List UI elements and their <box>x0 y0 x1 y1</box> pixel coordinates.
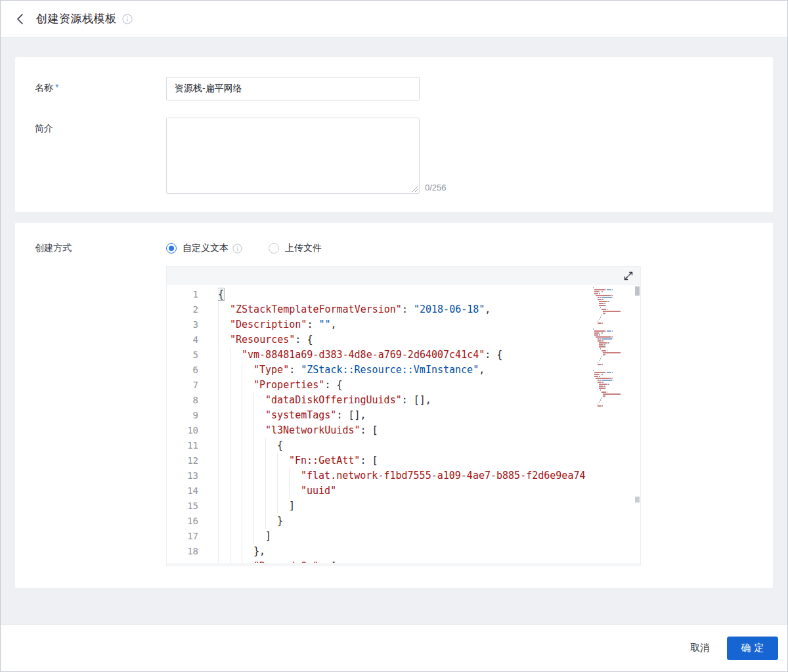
cancel-button[interactable]: 取消 <box>684 637 716 660</box>
custom-text-info-icon[interactable] <box>232 244 242 254</box>
description-control: 0/256 <box>166 118 447 194</box>
method-label: 创建方式 <box>15 241 166 256</box>
description-row: 简介 0/256 <box>15 118 773 194</box>
expand-icon[interactable] <box>623 271 634 281</box>
gutter: 12345678910111213141516171819 <box>167 285 218 563</box>
required-asterisk: * <box>55 82 58 93</box>
description-label: 简介 <box>15 118 166 194</box>
creation-method-card: 创建方式 自定义文本 上传文件 <box>15 223 773 588</box>
basic-info-card: 名称* 简介 0/256 <box>15 57 773 212</box>
minimap[interactable] <box>593 287 634 556</box>
name-row: 名称* <box>15 77 773 101</box>
radio-custom-text[interactable]: 自定义文本 <box>166 242 242 254</box>
title-info-icon[interactable] <box>122 14 133 24</box>
editor-toolbar <box>167 267 640 285</box>
back-icon[interactable] <box>16 11 30 27</box>
name-input[interactable] <box>166 77 420 101</box>
confirm-button[interactable]: 确定 <box>727 637 778 660</box>
char-counter: 0/256 <box>425 183 447 194</box>
radio-custom-label: 自定义文本 <box>183 242 229 254</box>
radio-upload-dot[interactable] <box>269 243 279 254</box>
editor-row: 12345678910111213141516171819 {"ZStackTe… <box>166 266 773 566</box>
code-lines[interactable]: {"ZStackTemplateFormatVersion": "2018-06… <box>218 285 590 563</box>
name-label-text: 名称 <box>35 82 53 93</box>
code-editor: 12345678910111213141516171819 {"ZStackTe… <box>166 266 641 566</box>
description-textarea[interactable] <box>166 118 420 194</box>
scrollbar-thumb[interactable] <box>635 286 640 296</box>
create-resource-stack-template-page: 创建资源栈模板 名称* 简介 0/256 <box>0 0 788 672</box>
name-control <box>166 77 420 101</box>
radio-upload-file[interactable]: 上传文件 <box>269 242 322 254</box>
method-radio-group: 自定义文本 上传文件 <box>166 241 322 256</box>
editor-scrollbar[interactable] <box>634 285 640 563</box>
method-row: 创建方式 自定义文本 上传文件 <box>15 241 773 256</box>
action-footer: 取消 确定 <box>1 624 787 671</box>
page-header: 创建资源栈模板 <box>1 1 787 37</box>
radio-upload-label: 上传文件 <box>285 242 322 254</box>
name-label: 名称* <box>15 77 166 101</box>
scrollbar-decoration <box>635 497 640 503</box>
page-title: 创建资源栈模板 <box>36 11 117 26</box>
editor-body[interactable]: 12345678910111213141516171819 {"ZStackTe… <box>167 285 640 563</box>
radio-custom-dot[interactable] <box>166 243 177 254</box>
